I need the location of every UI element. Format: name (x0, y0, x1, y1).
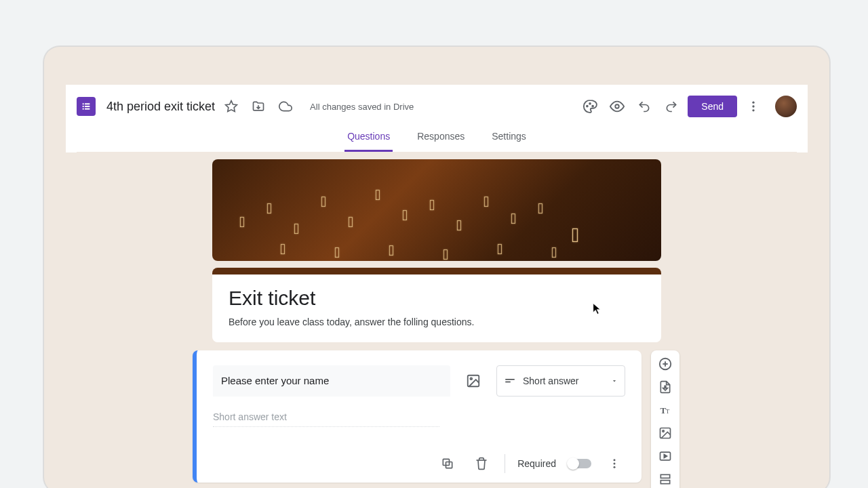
form-description[interactable]: Before you leave class today, answer the… (229, 317, 645, 327)
tab-responses[interactable]: Responses (414, 123, 467, 152)
svg-point-9 (593, 106, 594, 107)
question-options-more[interactable] (604, 453, 625, 474)
add-question-button[interactable] (653, 354, 677, 373)
svg-rect-3 (85, 106, 90, 107)
short-answer-placeholder: Short answer text (213, 411, 439, 427)
form-title[interactable]: Exit ticket (229, 287, 645, 310)
tab-questions[interactable]: Questions (344, 123, 393, 152)
svg-point-12 (752, 105, 754, 107)
add-video-button[interactable] (653, 447, 677, 466)
svg-rect-16 (505, 379, 515, 380)
svg-point-20 (614, 459, 616, 461)
petroglyph-art: 𓃵𓃵 𓃵𓃵 𓃵𓃷 𓃵𓃵 𓃵𓃵 𓃵𓃵 𓀀 𓃶𓃶 𓃶𓃶 𓃶𓃶 (212, 159, 661, 261)
undo-icon[interactable] (633, 96, 655, 117)
preview-icon[interactable] (606, 96, 628, 117)
question-card[interactable]: Short answer Short answer text (193, 350, 642, 483)
form-title-card[interactable]: Exit ticket Before you leave class today… (212, 268, 661, 342)
svg-text:T: T (666, 408, 670, 415)
svg-rect-0 (83, 103, 84, 104)
google-forms-app: 4th period exit ticket All changes saved… (66, 85, 808, 488)
arrow-dropdown-icon (611, 378, 618, 384)
add-image-to-question[interactable] (461, 369, 486, 393)
svg-marker-31 (664, 455, 667, 458)
add-section-button[interactable] (653, 470, 677, 488)
side-toolbar: TT (651, 350, 679, 488)
forms-logo[interactable] (77, 97, 96, 116)
cloud-saved-icon[interactable] (275, 96, 296, 117)
form-canvas: 𓃵𓃵 𓃵𓃵 𓃵𓃷 𓃵𓃵 𓃵𓃵 𓃵𓃵 𓀀 𓃶𓃶 𓃶𓃶 𓃶𓃶 Exit ticket… (66, 152, 808, 488)
move-folder-icon[interactable] (248, 96, 269, 117)
svg-rect-4 (83, 108, 84, 110)
svg-point-22 (614, 466, 616, 468)
svg-rect-32 (660, 474, 669, 478)
svg-marker-6 (226, 101, 237, 112)
required-label: Required (517, 458, 556, 469)
svg-point-11 (752, 102, 754, 104)
add-title-button[interactable]: TT (653, 401, 677, 420)
form-header-image[interactable]: 𓃵𓃵 𓃵𓃵 𓃵𓃷 𓃵𓃵 𓃵𓃵 𓃵𓃵 𓀀 𓃶𓃶 𓃶𓃶 𓃶𓃶 (212, 159, 661, 261)
topbar: 4th period exit ticket All changes saved… (66, 85, 808, 152)
avatar[interactable] (775, 96, 797, 117)
svg-rect-5 (85, 108, 90, 110)
duplicate-question[interactable] (437, 453, 458, 474)
svg-point-15 (470, 378, 472, 380)
save-status: All changes saved in Drive (310, 102, 414, 112)
svg-point-29 (663, 430, 665, 432)
svg-point-21 (614, 463, 616, 465)
palette-icon[interactable] (579, 96, 601, 117)
star-icon[interactable] (220, 96, 242, 117)
question-text-input[interactable] (213, 365, 450, 396)
send-button[interactable]: Send (688, 96, 737, 117)
redo-icon[interactable] (660, 96, 682, 117)
short-answer-icon (504, 375, 516, 387)
svg-rect-33 (660, 481, 669, 484)
add-image-button[interactable] (653, 424, 677, 443)
svg-point-10 (616, 104, 620, 108)
svg-point-7 (587, 106, 588, 107)
device-frame: 4th period exit ticket All changes saved… (43, 46, 830, 488)
question-type-label: Short answer (523, 375, 578, 386)
tabs: Questions Responses Settings (77, 123, 797, 152)
required-toggle[interactable] (568, 459, 591, 468)
svg-point-8 (589, 103, 591, 104)
question-type-select[interactable]: Short answer (496, 365, 625, 396)
svg-point-13 (752, 109, 754, 111)
import-questions-button[interactable] (653, 378, 677, 396)
delete-question[interactable] (471, 453, 492, 474)
svg-rect-1 (85, 103, 90, 104)
svg-rect-17 (505, 382, 511, 383)
divider (505, 454, 505, 473)
document-title[interactable]: 4th period exit ticket (106, 100, 215, 114)
more-vert-icon[interactable] (743, 96, 764, 117)
tab-settings[interactable]: Settings (489, 123, 529, 152)
svg-rect-2 (83, 106, 84, 107)
